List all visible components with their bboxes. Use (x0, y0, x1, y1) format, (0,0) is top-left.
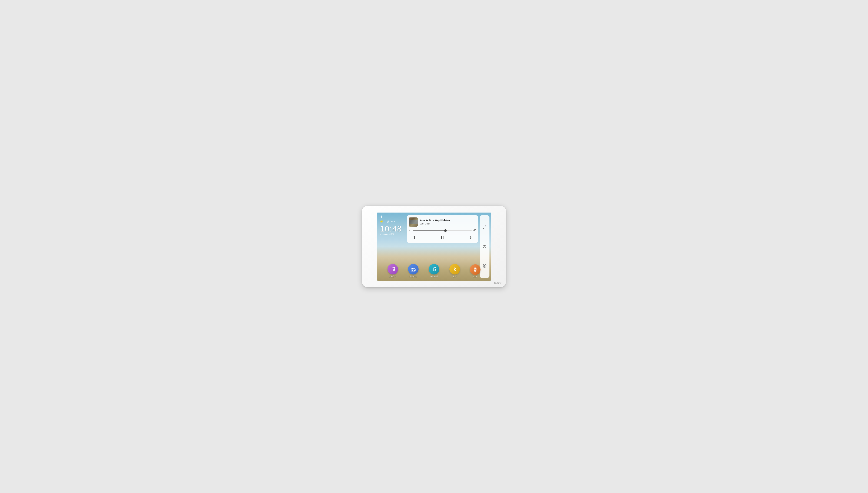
wifi-icon (380, 215, 402, 218)
next-button[interactable] (469, 234, 475, 241)
app-label-radio: 网络电台 (409, 275, 417, 278)
svg-point-11 (393, 270, 394, 271)
volume-high-icon (473, 229, 476, 233)
song-title: Sam Smith - Stay With Me (419, 219, 476, 222)
volume-fill (413, 230, 446, 231)
power-button[interactable] (481, 243, 488, 250)
app-bar: 云雀之声 网络电台 (377, 261, 491, 281)
device-body: ☀ 广州 19°C 10:48 2018-11-23 周五 Sam Smith … (362, 206, 506, 287)
app-label-aux: AUX (473, 276, 477, 278)
artist-name: Sam Smith (419, 222, 476, 225)
brand-logo: auXdio (494, 281, 502, 284)
date-display: 2018-11-23 周五 (380, 233, 402, 236)
svg-line-7 (483, 228, 484, 229)
city-label: 广州 (385, 220, 389, 223)
app-icon-yunque (388, 264, 398, 275)
prev-button[interactable] (410, 234, 416, 241)
svg-marker-2 (413, 236, 414, 239)
app-yunque[interactable]: 云雀之声 (388, 264, 398, 278)
svg-marker-0 (409, 229, 410, 231)
app-label-yunque: 云雀之声 (389, 275, 397, 278)
volume-low-icon (409, 229, 412, 233)
sun-icon: ☀ (380, 219, 384, 224)
app-icon-radio (408, 264, 418, 275)
volume-track[interactable] (413, 230, 472, 231)
svg-point-14 (432, 270, 433, 271)
app-local-music[interactable]: 本地音乐 (429, 264, 439, 278)
playback-controls (409, 234, 476, 241)
app-label-bluetooth: 蓝牙 (453, 275, 457, 278)
svg-point-10 (391, 270, 392, 271)
pause-button[interactable] (439, 234, 446, 241)
app-icon-local-music (429, 264, 439, 275)
volume-thumb[interactable] (444, 229, 447, 232)
device-screen: ☀ 广州 19°C 10:48 2018-11-23 周五 Sam Smith … (377, 213, 491, 281)
app-icon-aux (470, 264, 480, 275)
svg-point-13 (412, 269, 413, 271)
volume-control[interactable] (409, 229, 476, 233)
app-radio[interactable]: 网络电台 (408, 264, 418, 278)
time-display: 10:48 (380, 224, 402, 233)
music-player-card: Sam Smith - Stay With Me Sam Smith (407, 215, 478, 243)
app-aux[interactable]: AUX (470, 264, 480, 278)
app-icon-bluetooth (450, 264, 460, 275)
svg-point-15 (435, 270, 436, 271)
app-bluetooth[interactable]: 蓝牙 (450, 264, 460, 278)
album-art (409, 217, 418, 227)
collapse-button[interactable] (481, 223, 488, 231)
weather-panel: ☀ 广州 19°C 10:48 2018-11-23 周五 (380, 215, 402, 236)
svg-marker-4 (470, 236, 472, 239)
svg-line-6 (485, 226, 486, 227)
svg-marker-1 (473, 229, 475, 231)
temperature-label: 19°C (391, 220, 396, 223)
app-label-local-music: 本地音乐 (430, 275, 438, 278)
